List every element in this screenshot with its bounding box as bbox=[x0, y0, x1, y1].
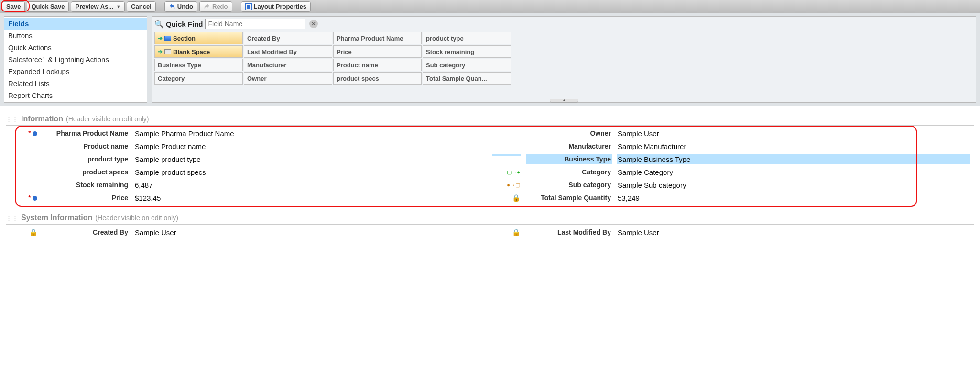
sidebar-item-buttons[interactable]: Buttons bbox=[4, 30, 147, 42]
palette-field-owner[interactable]: Owner bbox=[244, 72, 332, 85]
sidebar-item-expanded-lookups[interactable]: Expanded Lookups bbox=[4, 65, 147, 77]
insert-icon: ➜ bbox=[158, 35, 163, 42]
sidebar-item-label: Expanded Lookups bbox=[8, 67, 69, 75]
system-section-body: 🔒 Created By Sample User 🔒 Last Modified… bbox=[6, 225, 974, 243]
palette-blank-space-item[interactable]: ➜Blank Space bbox=[154, 45, 243, 58]
section-icon bbox=[164, 36, 171, 41]
undo-icon bbox=[169, 3, 175, 10]
sidebar-item-label: Fields bbox=[8, 20, 29, 28]
palette-item-label: Stock remaining bbox=[426, 48, 474, 55]
section-title: Information bbox=[21, 115, 63, 123]
palette-field-business-type[interactable]: Business Type bbox=[154, 59, 243, 71]
redo-button: Redo bbox=[199, 1, 232, 12]
sidebar-item-sf1-lightning-actions[interactable]: Salesforce1 & Lightning Actions bbox=[4, 54, 147, 65]
quick-find-clear-icon[interactable]: ✕ bbox=[309, 20, 318, 28]
palette-panel: 🔍 Quick Find ✕ ➜Section Created By Pharm… bbox=[152, 16, 976, 103]
palette-item-label: product specs bbox=[337, 75, 379, 82]
drag-handle-icon[interactable]: ⋮⋮ bbox=[6, 116, 18, 123]
preview-as-button[interactable]: Preview As...▼ bbox=[71, 1, 125, 12]
field-indicators bbox=[492, 154, 521, 156]
sidebar-item-related-lists[interactable]: Related Lists bbox=[4, 77, 147, 89]
field-label-price[interactable]: Price bbox=[43, 193, 129, 203]
palette-field-sub-category[interactable]: Sub category bbox=[423, 59, 511, 71]
field-label-business-type[interactable]: Business Type bbox=[526, 154, 612, 164]
field-label-product-specs[interactable]: product specs bbox=[43, 167, 129, 177]
field-label-owner[interactable]: Owner bbox=[526, 129, 612, 138]
undo-button-label: Undo bbox=[177, 3, 193, 10]
field-label-product-type[interactable]: product type bbox=[43, 154, 129, 164]
palette-item-label: Blank Space bbox=[173, 48, 210, 55]
insert-icon: ➜ bbox=[158, 48, 163, 55]
palette-field-manufacturer[interactable]: Manufacturer bbox=[244, 59, 332, 71]
palette-field-product-name[interactable]: Product name bbox=[333, 59, 422, 71]
field-indicators bbox=[10, 167, 38, 169]
palette-field-pharma-product-name[interactable]: Pharma Product Name bbox=[333, 32, 422, 44]
field-indicators bbox=[492, 141, 521, 143]
field-label-total-sample-quantity[interactable]: Total Sample Quantity bbox=[526, 193, 612, 203]
cancel-button[interactable]: Cancel bbox=[127, 1, 156, 12]
save-button[interactable]: Save bbox=[2, 1, 25, 12]
field-value-product-specs: Sample product specs bbox=[134, 167, 488, 177]
field-value-total-sample-quantity: 53,249 bbox=[617, 193, 970, 203]
layout-properties-button[interactable]: Layout Properties bbox=[241, 1, 311, 12]
created-by-link[interactable]: Sample User bbox=[135, 228, 176, 236]
redo-icon bbox=[204, 3, 210, 10]
field-indicators: ▢→● bbox=[492, 167, 521, 176]
palette-field-product-type[interactable]: product type bbox=[423, 32, 511, 44]
palette-field-last-modified-by[interactable]: Last Modified By bbox=[244, 45, 332, 58]
owner-link[interactable]: Sample User bbox=[618, 129, 659, 138]
field-label-created-by[interactable]: Created By bbox=[43, 227, 129, 237]
standard-field-icon bbox=[33, 196, 37, 201]
palette-item-label: Manufacturer bbox=[247, 62, 286, 69]
quick-find-input[interactable] bbox=[205, 19, 305, 29]
palette-field-stock-remaining[interactable]: Stock remaining bbox=[423, 45, 511, 58]
sidebar-item-report-charts[interactable]: Report Charts bbox=[4, 89, 147, 101]
last-modified-by-link[interactable]: Sample User bbox=[618, 228, 659, 236]
field-indicators: ●→▢ bbox=[492, 180, 521, 189]
field-indicators: * bbox=[10, 193, 38, 202]
lock-icon: 🔒 bbox=[512, 194, 520, 202]
palette-field-category[interactable]: Category bbox=[154, 72, 243, 85]
section-title: System Information bbox=[21, 214, 92, 222]
field-indicators bbox=[492, 129, 521, 130]
section-note: (Header visible on edit only) bbox=[66, 115, 149, 123]
field-value-category: Sample Category bbox=[617, 167, 970, 177]
field-value-product-name: Sample Product name bbox=[134, 141, 488, 151]
sidebar-item-quick-actions[interactable]: Quick Actions bbox=[4, 42, 147, 54]
field-value-last-modified-by: Sample User bbox=[617, 227, 970, 237]
sidebar-item-label: Quick Actions bbox=[8, 43, 52, 52]
palette-area: Fields Buttons Quick Actions Salesforce1… bbox=[0, 13, 980, 106]
palette-field-created-by[interactable]: Created By bbox=[244, 32, 332, 44]
palette-field-price[interactable]: Price bbox=[333, 45, 422, 58]
controlling-field-icon: ▢→● bbox=[507, 169, 520, 175]
palette-field-total-sample-qty[interactable]: Total Sample Quan... bbox=[423, 72, 511, 85]
field-label-manufacturer[interactable]: Manufacturer bbox=[526, 141, 612, 151]
field-value-pharma-product-name: Sample Pharma Product Name bbox=[134, 129, 488, 139]
field-value-manufacturer: Sample Manufacturer bbox=[617, 141, 970, 151]
field-label-sub-category[interactable]: Sub category bbox=[526, 180, 612, 190]
field-label-product-name[interactable]: Product name bbox=[43, 141, 129, 151]
quick-save-button-label: Quick Save bbox=[31, 3, 65, 10]
palette-field-product-specs[interactable]: product specs bbox=[333, 72, 422, 85]
field-label-stock-remaining[interactable]: Stock remaining bbox=[43, 180, 129, 190]
required-icon: * bbox=[28, 129, 31, 137]
quick-save-button[interactable]: Quick Save bbox=[27, 1, 69, 12]
field-label-last-modified-by[interactable]: Last Modified By bbox=[526, 227, 612, 237]
dropdown-caret-icon: ▼ bbox=[116, 4, 120, 9]
palette-resize-grip[interactable]: ▲ bbox=[550, 99, 578, 103]
undo-button[interactable]: Undo bbox=[164, 1, 197, 12]
drag-handle-icon[interactable]: ⋮⋮ bbox=[6, 214, 18, 222]
section-header-system-information[interactable]: ⋮⋮ System Information (Header visible on… bbox=[6, 212, 974, 225]
palette-item-label: Created By bbox=[247, 35, 280, 42]
palette-item-label: Owner bbox=[247, 75, 266, 82]
section-header-information[interactable]: ⋮⋮ Information (Header visible on edit o… bbox=[6, 113, 974, 126]
field-label-pharma-product-name[interactable]: Pharma Product Name bbox=[43, 129, 129, 138]
field-value-business-type: Sample Business Type bbox=[617, 154, 970, 164]
sidebar-item-label: Related Lists bbox=[8, 79, 50, 87]
field-value-product-type: Sample product type bbox=[134, 154, 488, 164]
required-icon: * bbox=[28, 194, 31, 201]
palette-section-item[interactable]: ➜Section bbox=[154, 32, 243, 44]
field-label-category[interactable]: Category bbox=[526, 167, 612, 177]
sidebar-item-fields[interactable]: Fields bbox=[4, 18, 147, 30]
information-section-body: * Pharma Product Name Sample Pharma Prod… bbox=[6, 126, 974, 209]
